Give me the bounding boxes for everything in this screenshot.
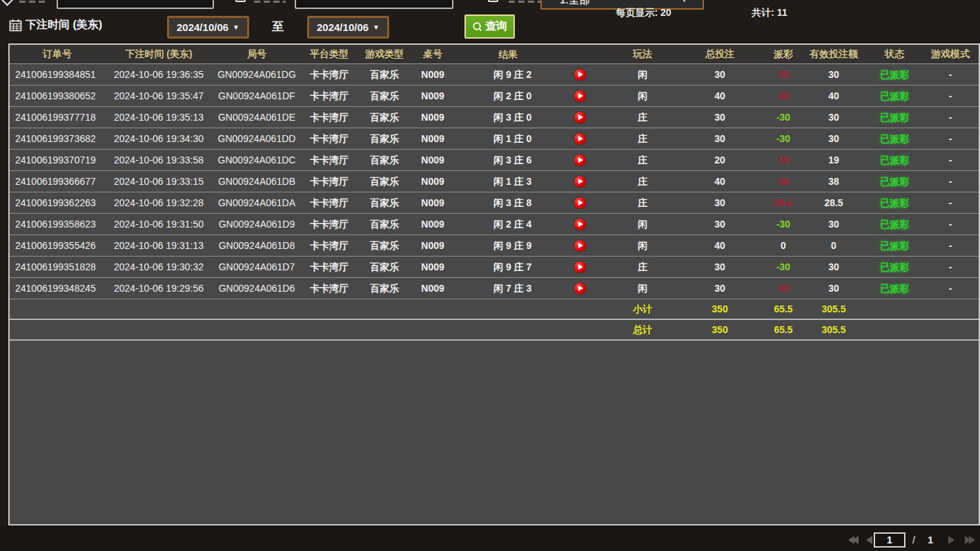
cell-game-mode: - xyxy=(922,107,979,128)
date-to-value: 2024/10/06 xyxy=(317,21,369,33)
replay-video-icon[interactable] xyxy=(574,154,586,166)
cell-round-id: GN00924A061DD xyxy=(213,128,301,149)
round-search-input[interactable] xyxy=(295,0,453,9)
cell-bet-time: 2024-10-06 19:35:47 xyxy=(105,86,213,106)
cell-result: 闲 2 庄 4 xyxy=(454,214,611,234)
cell-bet-time: 2024-10-06 19:29:56 xyxy=(105,278,213,299)
table-row[interactable]: 241006199366677 2024-10-06 19:33:15 GN00… xyxy=(10,171,979,192)
cell-play-type: 庄 xyxy=(611,192,674,213)
replay-video-icon[interactable] xyxy=(574,219,586,230)
play-triangle-icon xyxy=(578,72,583,77)
cell-order-id: 241006199373682 xyxy=(10,128,105,149)
cell-order-id: 241006199377718 xyxy=(10,107,105,128)
cell-table-no: N009 xyxy=(411,235,454,256)
query-button[interactable]: 查询 xyxy=(464,14,515,39)
table-row[interactable]: 241006199370719 2024-10-06 19:33:58 GN00… xyxy=(10,150,979,171)
cell-result: 闲 2 庄 0 xyxy=(454,86,611,106)
table-row[interactable]: 241006199373682 2024-10-06 19:34:30 GN00… xyxy=(10,128,979,150)
cell-play-type: 庄 xyxy=(611,150,674,170)
cell-payout: -30 xyxy=(766,214,801,234)
cell-platform-type: 卡卡湾厅 xyxy=(301,235,357,256)
col-header-play-type: 玩法 xyxy=(611,45,674,63)
replay-video-icon[interactable] xyxy=(574,176,586,188)
cell-order-id: 241006199380652 xyxy=(10,86,105,106)
cell-total-bet: 30 xyxy=(674,107,766,128)
cell-play-type: 闲 xyxy=(611,278,674,299)
previous-page-button[interactable] xyxy=(866,536,872,544)
cell-round-id: GN00924A061D9 xyxy=(213,214,301,234)
first-page-button[interactable] xyxy=(848,536,856,544)
col-header-game-mode: 游戏模式 xyxy=(922,45,979,63)
cell-valid-bet: 19 xyxy=(801,150,867,170)
col-header-valid-bet: 有效投注额 xyxy=(801,45,867,63)
cell-bet-time: 2024-10-06 19:33:58 xyxy=(105,150,213,170)
replay-video-icon[interactable] xyxy=(574,69,586,81)
cell-order-id: 241006199351828 xyxy=(10,257,105,277)
cell-table-no: N009 xyxy=(411,86,454,106)
col-header-round-id: 局号 xyxy=(213,45,301,63)
page-total: 1 xyxy=(928,532,933,548)
cell-game-mode: - xyxy=(922,171,979,192)
table-row[interactable]: 241006199351828 2024-10-06 19:30:32 GN00… xyxy=(10,257,979,278)
page-number-input[interactable] xyxy=(874,532,905,548)
replay-video-icon[interactable] xyxy=(574,240,586,252)
pagination-bar xyxy=(0,525,980,551)
cell-valid-bet: 30 xyxy=(801,278,867,299)
cell-total-bet: 30 xyxy=(674,257,766,277)
cell-status: 已派彩 xyxy=(867,192,922,213)
result-text: 闲 1 庄 3 xyxy=(493,171,574,192)
col-header-payout: 派彩 xyxy=(766,45,801,63)
col-header-status: 状态 xyxy=(867,45,922,63)
table-row[interactable]: 241006199380652 2024-10-06 19:35:47 GN00… xyxy=(10,86,979,107)
date-to-picker[interactable]: 2024/10/06 ▼ xyxy=(307,16,389,39)
replay-video-icon[interactable] xyxy=(574,283,586,294)
cell-round-id: GN00924A061D6 xyxy=(213,278,301,299)
cell-order-id: 241006199348245 xyxy=(10,278,105,299)
table-row[interactable]: 241006199384851 2024-10-06 19:36:35 GN00… xyxy=(10,64,979,86)
cell-valid-bet: 38 xyxy=(801,171,867,192)
cell-result: 闲 9 庄 9 xyxy=(454,235,611,256)
table-row[interactable]: 241006199377718 2024-10-06 19:35:13 GN00… xyxy=(10,107,979,128)
cell-payout: 40 xyxy=(766,86,801,106)
cell-payout: 30 xyxy=(766,64,801,85)
cell-table-no: N009 xyxy=(411,150,454,170)
cell-order-id: 241006199370719 xyxy=(10,150,105,170)
cell-valid-bet: 30 xyxy=(801,128,867,149)
table-row[interactable]: 241006199362263 2024-10-06 19:32:28 GN00… xyxy=(10,192,979,214)
cell-result: 闲 3 庄 6 xyxy=(454,150,611,170)
play-triangle-icon xyxy=(578,114,583,120)
next-page-button[interactable] xyxy=(948,536,954,544)
table-row[interactable]: 241006199358623 2024-10-06 19:31:50 GN00… xyxy=(10,214,979,235)
cell-total-bet: 20 xyxy=(674,150,766,170)
cell-bet-time: 2024-10-06 19:31:13 xyxy=(105,235,213,256)
cell-result: 闲 3 庄 8 xyxy=(454,192,611,213)
cell-valid-bet: 28.5 xyxy=(801,192,867,213)
cell-valid-bet: 40 xyxy=(801,86,867,106)
replay-video-icon[interactable] xyxy=(574,112,586,123)
cell-payout: -30 xyxy=(766,128,801,149)
replay-video-icon[interactable] xyxy=(574,261,586,273)
result-text: 闲 9 庄 9 xyxy=(493,235,574,256)
table-row[interactable]: 241006199348245 2024-10-06 19:29:56 GN00… xyxy=(10,278,979,299)
replay-video-icon[interactable] xyxy=(574,90,586,102)
cell-payout: 28.5 xyxy=(766,192,801,213)
cropped-label-fragment xyxy=(254,1,286,3)
subtotal-payout: 65.5 xyxy=(766,299,801,319)
replay-video-icon[interactable] xyxy=(574,197,586,209)
play-triangle-icon xyxy=(578,221,583,227)
cell-platform-type: 卡卡湾厅 xyxy=(301,257,357,277)
subtotal-total-bet: 350 xyxy=(674,299,766,319)
replay-video-icon[interactable] xyxy=(574,133,586,145)
table-body: 241006199384851 2024-10-06 19:36:35 GN00… xyxy=(10,64,979,299)
cell-table-no: N009 xyxy=(411,192,454,213)
cell-bet-time: 2024-10-06 19:30:32 xyxy=(105,257,213,277)
order-search-input[interactable] xyxy=(57,0,214,9)
cell-bet-time: 2024-10-06 19:33:15 xyxy=(105,171,213,192)
last-page-button[interactable] xyxy=(965,536,973,544)
subtotal-label: 小计 xyxy=(611,299,674,319)
table-row[interactable]: 241006199355426 2024-10-06 19:31:13 GN00… xyxy=(10,235,979,257)
result-text: 闲 3 庄 6 xyxy=(493,150,574,170)
cell-platform-type: 卡卡湾厅 xyxy=(301,278,357,299)
date-from-picker[interactable]: 2024/10/06 ▼ xyxy=(167,16,249,39)
cell-game-mode: - xyxy=(922,214,979,234)
